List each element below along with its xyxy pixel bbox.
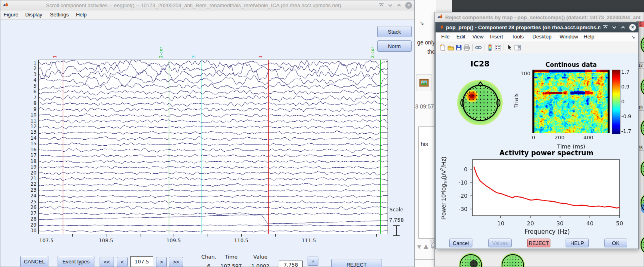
spectrum-xlabel: Frequency (Hz) <box>523 228 571 235</box>
image-tool-button[interactable] <box>416 74 432 91</box>
component-map-thumbnail[interactable] <box>640 75 644 98</box>
prop-window: pop_prop() - Component 28 properties (on… <box>435 22 639 249</box>
channel-label-5: 5 <box>24 83 36 89</box>
component-map-thumbnail[interactable] <box>640 233 644 256</box>
minimize-window-button[interactable] <box>612 25 617 30</box>
prop-reject-button[interactable]: REJECT <box>527 239 550 247</box>
page-back-button[interactable]: << <box>100 257 114 267</box>
scale-label: Scale <box>380 207 412 213</box>
time-tick-107.5: 107.5 <box>34 237 58 243</box>
menu-item-window[interactable]: Window <box>560 34 578 40</box>
prop-ok-button[interactable]: OK <box>604 239 627 247</box>
cancel-button[interactable]: CANCEL <box>20 256 48 267</box>
eeg-traces-plot[interactable] <box>38 60 388 237</box>
page-forward-button[interactable]: >> <box>169 257 183 267</box>
step-forward-button[interactable]: > <box>156 257 167 267</box>
channel-label-20: 20 <box>24 170 36 176</box>
menu-dock-arrow-icon[interactable]: ↘ <box>631 34 635 40</box>
value-header: Value <box>248 254 272 260</box>
menu-item-help[interactable]: Help <box>584 34 594 40</box>
maximize-window-button[interactable] <box>396 3 402 8</box>
channel-label-9: 9 <box>24 106 36 112</box>
scale-input[interactable]: 7.758 <box>279 261 303 267</box>
legend-icon[interactable] <box>494 44 502 52</box>
prop-values-button[interactable]: Values <box>488 239 512 247</box>
component-map-thumbnail[interactable] <box>500 253 525 267</box>
prop-cancel-button[interactable]: Cancel <box>449 239 472 247</box>
event-types-button[interactable]: Event types <box>58 256 94 267</box>
channel-label-23: 23 <box>24 187 36 193</box>
time-window-input[interactable]: 107.5 <box>130 256 153 267</box>
spec-xtick-40: 40 <box>578 220 602 227</box>
clipped-text: ge only <box>415 39 435 46</box>
property-inspector-icon[interactable] <box>514 44 522 52</box>
new-figure-icon[interactable] <box>439 44 447 52</box>
channel-label-25: 25 <box>24 199 36 205</box>
spec-ytick-0: 0 <box>452 166 468 173</box>
erp-xtick-0: 0 <box>522 135 546 141</box>
component-map-thumbnail[interactable] <box>458 253 483 267</box>
time-cursor-value: 107.597 <box>220 263 242 267</box>
menu-item-display[interactable]: Display <box>25 12 42 18</box>
screen: Scroll component activities -- eegplot()… <box>0 0 644 267</box>
menu-item-figure[interactable]: Figure <box>4 12 18 18</box>
close-window-button[interactable]: × <box>629 24 636 31</box>
event-label-2-cor: 2-cor <box>370 47 375 58</box>
menu-item-view[interactable]: View <box>472 34 484 40</box>
link-icon[interactable] <box>474 44 482 52</box>
erp-xtick-200: 200 <box>548 135 572 141</box>
scale-value: 7.758 <box>380 217 412 223</box>
open-file-icon[interactable] <box>447 44 455 52</box>
nav-down-icon[interactable]: ▼ <box>416 243 422 251</box>
menu-item-file[interactable]: File <box>441 34 450 40</box>
menu-item-settings[interactable]: Settings <box>50 12 69 18</box>
eegplot-window: Scroll component activities -- eegplot()… <box>0 0 415 267</box>
spec-xtick-50: 50 <box>608 220 632 227</box>
channel-label-14: 14 <box>24 135 36 141</box>
colorbar-icon[interactable] <box>486 44 494 52</box>
nav-up-icon[interactable]: ▲ <box>422 242 430 251</box>
scale-plus-button[interactable]: + <box>308 257 318 266</box>
reject-button[interactable]: REJECT <box>331 259 382 267</box>
clipped-text: his <box>421 141 428 147</box>
channel-label-10: 10 <box>24 112 36 118</box>
selectcomps-window-title: Reject components by map - pop_selectcom… <box>445 14 641 20</box>
channel-label-6: 6 <box>24 89 36 94</box>
time-tick-110.5: 110.5 <box>229 237 253 243</box>
menu-item-help[interactable]: Help <box>76 12 87 18</box>
menu-item-desktop[interactable]: Desktop <box>532 34 552 40</box>
norm-button[interactable]: Norm <box>377 40 412 52</box>
dock-arrow-icon[interactable]: ↘ <box>420 20 424 26</box>
close-window-button[interactable]: × <box>405 2 412 9</box>
menu-item-tools[interactable]: Tools <box>512 34 524 40</box>
erp-title: Continous data <box>539 61 603 68</box>
shade-window-button[interactable] <box>379 3 384 8</box>
channel-label-28: 28 <box>24 216 36 222</box>
component-map-thumbnail[interactable] <box>640 33 644 56</box>
component-map-thumbnail[interactable] <box>640 157 644 180</box>
picture-icon <box>419 78 429 87</box>
maximize-window-button[interactable] <box>620 25 626 30</box>
save-icon[interactable] <box>455 44 463 52</box>
shade-window-button[interactable] <box>603 25 608 30</box>
menu-item-insert[interactable]: Insert <box>490 34 503 40</box>
timestamp-fragment: 3 09:57 <box>415 103 436 110</box>
stack-button[interactable]: Stack <box>377 26 412 37</box>
chan-header: Chan. <box>197 254 220 260</box>
spec-xtick-30: 30 <box>548 220 572 227</box>
channel-label-15: 15 <box>24 141 36 147</box>
print-icon[interactable] <box>463 44 471 52</box>
menu-item-edit[interactable]: Edit <box>456 34 465 40</box>
channel-label-12: 12 <box>24 124 36 129</box>
minimize-window-button[interactable] <box>388 3 393 8</box>
step-back-button[interactable]: < <box>117 257 128 267</box>
component-map-thumbnail[interactable] <box>640 116 644 139</box>
prop-titlebar: pop_prop() - Component 28 properties (on… <box>436 22 638 32</box>
channel-label-1: 1 <box>24 60 36 66</box>
prop-help-button[interactable]: HELP <box>566 239 589 247</box>
eegplot-titlebar: Scroll component activities -- eegplot()… <box>0 0 414 10</box>
pointer-icon[interactable] <box>506 44 514 52</box>
channel-label-24: 24 <box>24 193 36 199</box>
desktop-dark-area <box>452 0 644 12</box>
component-map-thumbnail[interactable] <box>640 191 644 214</box>
